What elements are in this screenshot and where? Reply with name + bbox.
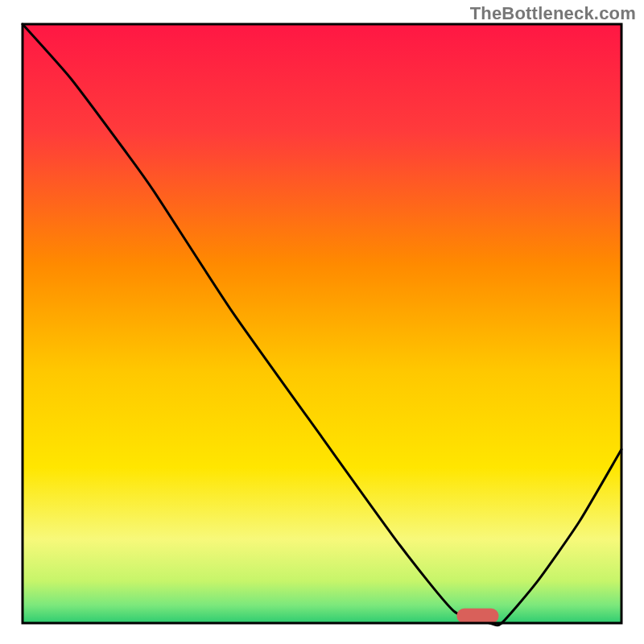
- optimal-marker: [456, 609, 498, 624]
- watermark-label: TheBottleneck.com: [470, 3, 636, 24]
- chart-container: TheBottleneck.com: [0, 0, 644, 644]
- plot-background: [23, 24, 621, 623]
- bottleneck-chart: [0, 0, 644, 644]
